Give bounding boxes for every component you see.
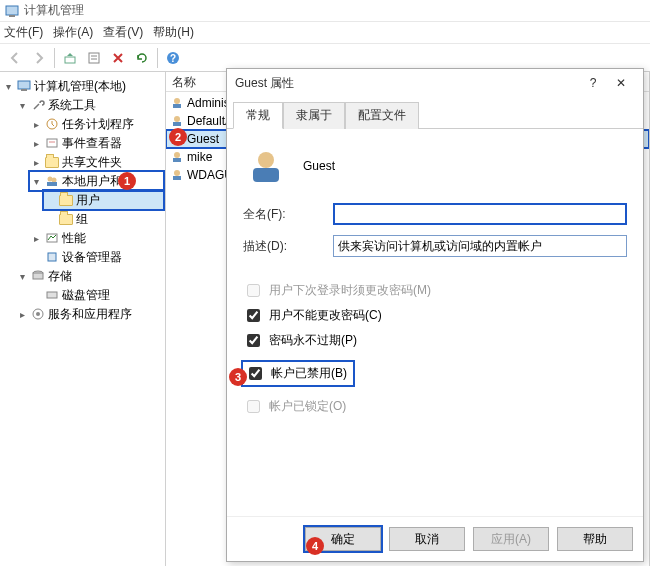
perf-icon [44, 230, 60, 246]
user-header: Guest [243, 139, 627, 203]
chevron-down-icon[interactable]: ▾ [30, 175, 42, 187]
full-name-label: 全名(F): [243, 206, 333, 223]
menu-bar: 文件(F) 操作(A) 查看(V) 帮助(H) [0, 22, 650, 44]
tree-storage[interactable]: ▾存储 [16, 267, 163, 285]
users-icon [44, 173, 60, 189]
chevron-down-icon[interactable]: ▾ [2, 80, 14, 92]
tree-services-apps[interactable]: ▸服务和应用程序 [16, 305, 163, 323]
tree-label: 任务计划程序 [62, 116, 134, 133]
tree-label: 共享文件夹 [62, 154, 122, 171]
svg-rect-3 [89, 53, 99, 63]
checkbox-account-disabled[interactable]: 帐户已禁用(B) [243, 362, 353, 385]
full-name-input[interactable] [333, 203, 627, 225]
cancel-button[interactable]: 取消 [389, 527, 465, 551]
svg-rect-15 [47, 182, 57, 186]
checkbox-label: 用户不能更改密码(C) [269, 307, 382, 324]
tab-general[interactable]: 常规 [233, 102, 283, 129]
storage-icon [30, 268, 46, 284]
chevron-right-icon[interactable]: ▸ [30, 232, 42, 244]
svg-text:?: ? [170, 53, 176, 64]
svg-point-25 [174, 116, 180, 122]
tree-label: 服务和应用程序 [48, 306, 132, 323]
checkbox-must-change: 用户下次登录时须更改密码(M) [243, 281, 627, 300]
svg-rect-1 [9, 15, 15, 17]
chevron-right-icon[interactable]: ▸ [16, 308, 28, 320]
checkbox-account-disabled-input[interactable] [249, 367, 262, 380]
chevron-down-icon[interactable]: ▾ [16, 270, 28, 282]
checkbox-never-expire[interactable]: 密码永不过期(P) [243, 331, 627, 350]
spacer [30, 251, 42, 263]
computer-icon [16, 78, 32, 94]
help-button-icon[interactable]: ? [579, 71, 607, 95]
svg-rect-34 [253, 168, 279, 182]
checkbox-account-locked-input [247, 400, 260, 413]
forward-icon [28, 47, 50, 69]
tree-label: 磁盘管理 [62, 287, 110, 304]
annotation-4: 4 [306, 537, 324, 555]
svg-rect-8 [18, 81, 30, 89]
up-icon[interactable] [59, 47, 81, 69]
checkbox-cannot-change-input[interactable] [247, 309, 260, 322]
tree-performance[interactable]: ▸性能 [30, 229, 163, 247]
refresh-icon[interactable] [131, 47, 153, 69]
tree-task-scheduler[interactable]: ▸任务计划程序 [30, 115, 163, 133]
svg-point-29 [174, 152, 180, 158]
properties-icon[interactable] [83, 47, 105, 69]
chevron-right-icon[interactable]: ▸ [30, 137, 42, 149]
checkbox-cannot-change[interactable]: 用户不能更改密码(C) [243, 306, 627, 325]
tab-member-of[interactable]: 隶属于 [283, 102, 345, 129]
tree-users[interactable]: 用户 [44, 191, 163, 209]
tree-pane: ▾ 计算机管理(本地) ▾ 系统工具 ▸任务计划程序 [0, 72, 166, 566]
checkbox-must-change-input [247, 284, 260, 297]
svg-rect-32 [173, 176, 181, 180]
tree-device-manager[interactable]: 设备管理器 [30, 248, 163, 266]
menu-help[interactable]: 帮助(H) [153, 24, 194, 41]
checkbox-label: 密码永不过期(P) [269, 332, 357, 349]
chevron-right-icon[interactable]: ▸ [30, 156, 42, 168]
dialog-buttons: 确定 取消 应用(A) 帮助 [227, 516, 643, 561]
dialog-tabs: 常规 隶属于 配置文件 [227, 97, 643, 129]
list-item-label: Guest [187, 132, 219, 146]
help-icon[interactable]: ? [162, 47, 184, 69]
apply-button[interactable]: 应用(A) [473, 527, 549, 551]
clock-icon [44, 116, 60, 132]
svg-point-22 [36, 312, 40, 316]
tree-root[interactable]: ▾ 计算机管理(本地) [2, 77, 163, 95]
tree-disk-mgmt[interactable]: 磁盘管理 [30, 286, 163, 304]
svg-point-33 [258, 152, 274, 168]
user-icon [247, 147, 285, 185]
device-icon [44, 249, 60, 265]
chevron-down-icon[interactable]: ▾ [16, 99, 28, 111]
folder-icon [58, 211, 74, 227]
tab-profile[interactable]: 配置文件 [345, 102, 419, 129]
tree-event-viewer[interactable]: ▸事件查看器 [30, 134, 163, 152]
spacer [44, 213, 56, 225]
delete-icon[interactable] [107, 47, 129, 69]
svg-point-14 [52, 178, 57, 183]
svg-rect-26 [173, 122, 181, 126]
tree-label: 事件查看器 [62, 135, 122, 152]
tree-groups[interactable]: 组 [44, 210, 163, 228]
checkbox-label: 用户下次登录时须更改密码(M) [269, 282, 431, 299]
disk-icon [44, 287, 60, 303]
description-input[interactable] [333, 235, 627, 257]
chevron-right-icon[interactable]: ▸ [30, 118, 42, 130]
menu-file[interactable]: 文件(F) [4, 24, 43, 41]
close-icon[interactable]: ✕ [607, 71, 635, 95]
menu-action[interactable]: 操作(A) [53, 24, 93, 41]
checkbox-account-locked: 帐户已锁定(O) [243, 397, 627, 416]
checkbox-never-expire-input[interactable] [247, 334, 260, 347]
description-label: 描述(D): [243, 238, 333, 255]
tree-shared-folders[interactable]: ▸共享文件夹 [30, 153, 163, 171]
menu-view[interactable]: 查看(V) [103, 24, 143, 41]
dialog-body: Guest 全名(F): 描述(D): 用户下次登录时须更改密码(M) 用户不能… [227, 129, 643, 516]
help-button[interactable]: 帮助 [557, 527, 633, 551]
annotation-3: 3 [229, 368, 247, 386]
tree-system-tools[interactable]: ▾ 系统工具 [16, 96, 163, 114]
svg-rect-2 [65, 57, 75, 63]
svg-point-23 [174, 98, 180, 104]
tree-local-users-groups[interactable]: ▾本地用户和组 [30, 172, 163, 190]
svg-rect-9 [21, 89, 27, 91]
row-full-name: 全名(F): [243, 203, 627, 225]
svg-rect-17 [48, 253, 56, 261]
